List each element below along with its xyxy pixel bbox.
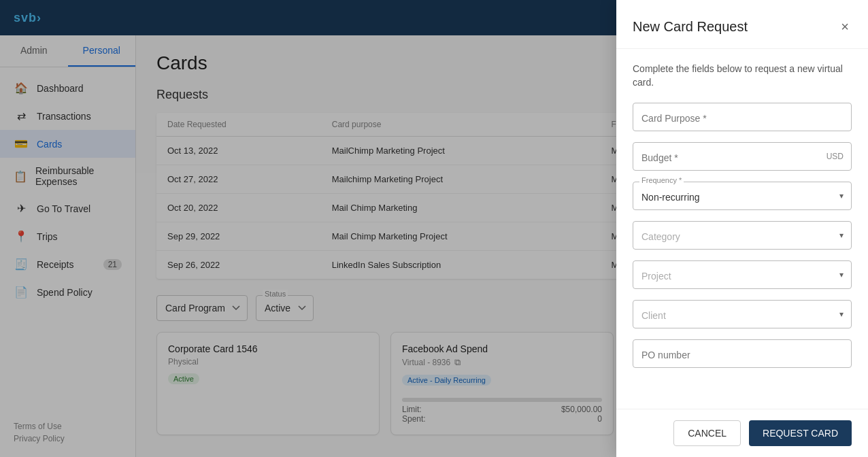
cancel-button[interactable]: CANCEL <box>673 420 741 446</box>
card-purpose-field <box>633 103 852 131</box>
po-number-field <box>633 339 852 368</box>
budget-suffix: USD <box>827 152 844 161</box>
request-card-button[interactable]: REQUEST CARD <box>749 420 852 446</box>
modal-body: Complete the fields below to request a n… <box>616 49 868 409</box>
frequency-label: Frequency * <box>639 176 684 184</box>
modal-footer: CANCEL REQUEST CARD <box>616 409 868 457</box>
new-card-request-modal: New Card Request × Complete the fields b… <box>616 0 868 457</box>
client-select[interactable]: Client <box>633 300 852 328</box>
client-field: Client ▾ <box>633 300 852 328</box>
project-select[interactable]: Project <box>633 260 852 289</box>
card-purpose-input[interactable] <box>633 103 852 131</box>
modal-header: New Card Request × <box>616 0 868 49</box>
modal-subtitle: Complete the fields below to request a n… <box>633 63 852 89</box>
budget-field: USD <box>633 142 852 171</box>
frequency-select[interactable]: Non-recurring Daily Weekly Monthly Yearl… <box>633 182 852 210</box>
budget-input[interactable] <box>633 142 852 171</box>
category-field: Category ▾ <box>633 221 852 250</box>
modal-close-button[interactable]: × <box>838 16 852 37</box>
category-select[interactable]: Category <box>633 221 852 250</box>
modal-title: New Card Request <box>633 19 748 35</box>
po-number-input[interactable] <box>633 339 852 368</box>
frequency-field: Frequency * Non-recurring Daily Weekly M… <box>633 182 852 210</box>
project-field: Project ▾ <box>633 260 852 289</box>
